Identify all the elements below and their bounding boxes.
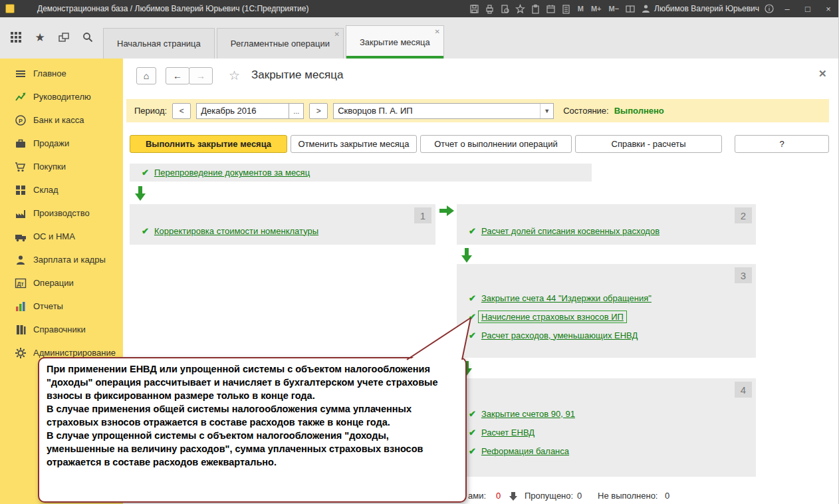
recent-windows-icon[interactable] — [57, 31, 70, 44]
operation-link[interactable]: Расчет долей списания косвенных расходов — [481, 226, 659, 236]
stage-number-badge: 1 — [414, 207, 431, 223]
previous-period-button[interactable]: < — [172, 103, 191, 119]
close-button[interactable]: × — [820, 1, 836, 16]
sidebar-item-warehouse[interactable]: Склад — [0, 178, 123, 201]
check-icon: ✔ — [469, 428, 476, 438]
stage-block-2: 2 ✔ Расчет долей списания косвенных расх… — [457, 204, 756, 245]
state-label: Состояние: — [563, 106, 608, 116]
tab-strip: ★ Начальная страница Регламентные операц… — [0, 17, 839, 59]
tab-routine-operations[interactable]: Регламентные операции ✕ — [217, 28, 344, 59]
window-split-icon[interactable] — [625, 3, 636, 14]
operation-link[interactable]: Расчет расходов, уменьшающих ЕНВД — [481, 330, 638, 340]
minimize-button[interactable]: – — [779, 1, 795, 16]
tab-bar: Начальная страница Регламентные операции… — [103, 25, 446, 59]
operation-link[interactable]: Расчет ЕНВД — [481, 428, 535, 438]
favorite-star-icon[interactable]: ☆ — [229, 68, 240, 83]
sidebar-item-catalogs[interactable]: Справочники — [0, 318, 123, 341]
not-done-value: 0 — [665, 491, 669, 501]
current-user[interactable]: Любимов Валерий Юрьевич — [640, 3, 759, 14]
sidebar-item-label: Операции — [33, 278, 74, 288]
next-period-button[interactable]: > — [309, 103, 328, 119]
chevron-down-icon[interactable]: ▼ — [540, 104, 553, 118]
back-button[interactable]: ← — [166, 67, 189, 84]
page-title: Закрытие месяца — [251, 68, 343, 82]
help-button[interactable]: ? — [735, 135, 829, 153]
sidebar-item-production[interactable]: Производство — [0, 201, 123, 225]
print-icon[interactable] — [485, 3, 495, 14]
memory-m-button[interactable]: M — [576, 5, 585, 13]
period-bar: Период: < Декабрь 2016 ... > Скворцов П.… — [126, 99, 829, 122]
person-icon — [15, 254, 27, 266]
sidebar-item-label: Продажи — [33, 138, 69, 148]
sidebar-item-manager[interactable]: Руководителю — [0, 85, 123, 108]
memory-m-minus-button[interactable]: M− — [608, 5, 621, 13]
check-icon: ✔ — [469, 409, 476, 419]
run-month-closing-button[interactable]: Выполнить закрытие месяца — [130, 135, 287, 153]
user-icon — [640, 3, 651, 14]
tooltip-tail — [366, 313, 499, 366]
form-close-icon[interactable]: ✕ — [818, 68, 827, 80]
clipboard-icon[interactable] — [531, 3, 541, 14]
errors-label: ами: — [468, 491, 486, 501]
operations-report-button[interactable]: Отчет о выполнении операций — [420, 135, 572, 153]
forward-button[interactable]: → — [189, 67, 213, 84]
home-button[interactable]: ⌂ — [136, 67, 156, 84]
sidebar-item-bank-cash[interactable]: P Банк и касса — [0, 108, 123, 132]
gear-icon — [15, 347, 27, 359]
sidebar-item-payroll-hr[interactable]: Зарплата и кадры — [0, 248, 123, 271]
operation-link[interactable]: Закрытие счета 44 "Издержки обращения" — [481, 293, 652, 303]
calendar-icon[interactable] — [546, 3, 556, 14]
operations-icon: Дт — [15, 277, 27, 289]
print-preview-icon[interactable] — [500, 3, 511, 14]
calculator-icon[interactable] — [561, 3, 572, 14]
search-icon[interactable] — [81, 31, 94, 44]
maximize-button[interactable]: □ — [800, 1, 816, 16]
sidebar-item-label: ОС и НМА — [33, 231, 75, 241]
sidebar-item-main[interactable]: Главное — [0, 62, 123, 85]
info-icon[interactable] — [764, 3, 775, 14]
organization-value: Скворцов П. А. ИП — [334, 106, 540, 116]
organization-field[interactable]: Скворцов П. А. ИП ▼ — [333, 103, 554, 119]
tab-close-icon[interactable]: ✕ — [334, 31, 340, 38]
cart-icon — [15, 161, 27, 173]
tooltip-paragraph: В случае упрощенной системы с объектом н… — [47, 429, 458, 469]
favorites-icon[interactable]: ★ — [33, 31, 47, 44]
window-title: Демонстрационная база / Любимов Валерий … — [37, 4, 308, 13]
tab-month-closing[interactable]: Закрытие месяца ✕ — [346, 25, 444, 59]
operation-link[interactable]: Закрытие счетов 90, 91 — [481, 409, 575, 419]
operation-link-insurance-contributions[interactable]: Начисление страховых взносов ИП — [478, 311, 627, 323]
sidebar-item-label: Зарплата и кадры — [33, 255, 106, 265]
save-icon[interactable] — [469, 3, 480, 14]
state-value: Выполнено — [614, 106, 664, 116]
factory-icon — [15, 207, 27, 219]
sidebar-item-label: Администрирование — [33, 348, 116, 358]
sidebar-item-sales[interactable]: Продажи — [0, 132, 123, 155]
sidebar-item-operations[interactable]: Дт Операции — [0, 271, 123, 295]
flow-arrow-right-icon — [439, 205, 455, 216]
tab-close-icon[interactable]: ✕ — [434, 29, 439, 35]
stage-number-badge: 2 — [735, 207, 752, 223]
memory-m-plus-button[interactable]: M+ — [590, 5, 603, 13]
skipped-value: 0 — [577, 491, 582, 501]
sidebar-item-reports[interactable]: Отчеты — [0, 295, 123, 318]
main-menu-icon[interactable] — [9, 31, 23, 44]
check-icon: ✔ — [469, 293, 476, 303]
flow-arrow-down-icon — [135, 186, 146, 201]
reposting-link[interactable]: Перепроведение документов за месяц — [154, 168, 310, 178]
bank-icon: P — [15, 114, 27, 126]
sidebar-item-purchases[interactable]: Покупки — [0, 155, 123, 178]
tab-home[interactable]: Начальная страница — [103, 28, 215, 59]
book-icon — [15, 324, 27, 336]
operation-link[interactable]: Реформация баланса — [481, 446, 569, 456]
sidebar-item-fixed-assets[interactable]: ОС и НМА — [0, 225, 123, 248]
operation-link[interactable]: Корректировка стоимости номенклатуры — [154, 226, 318, 236]
cancel-month-closing-button[interactable]: Отменить закрытие месяца — [291, 135, 417, 153]
user-name: Любимов Валерий Юрьевич — [654, 4, 759, 13]
errors-value: 0 — [496, 491, 501, 501]
calculation-references-button[interactable]: Справки - расчеты — [575, 135, 722, 153]
stage-number-badge: 4 — [735, 382, 752, 398]
title-bar: Демонстрационная база / Любимов Валерий … — [0, 0, 839, 17]
star-add-icon[interactable] — [515, 3, 526, 14]
period-choose-button[interactable]: ... — [289, 104, 303, 118]
period-field[interactable]: Декабрь 2016 ... — [196, 103, 304, 119]
